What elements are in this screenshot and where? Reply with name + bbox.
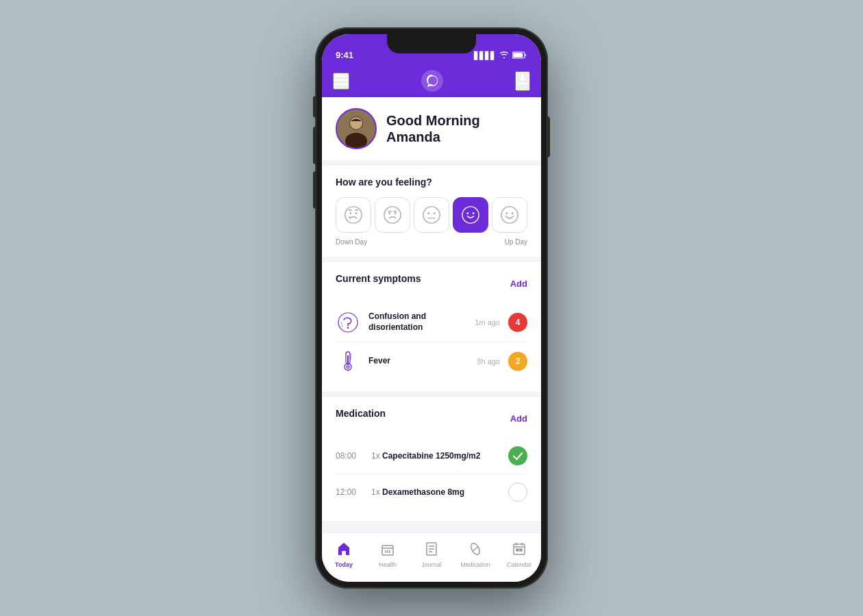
home-icon: [336, 541, 351, 560]
svg-point-30: [346, 365, 350, 369]
svg-rect-4: [334, 84, 348, 85]
nav-today[interactable]: Today: [327, 541, 361, 568]
medication-nav-icon: [468, 541, 483, 560]
medication-title: Medication: [336, 408, 386, 419]
symptom-name: Confusion anddisorientation: [368, 311, 466, 333]
phone-frame: 9:41 ▋▋▋▋: [315, 27, 548, 589]
nav-today-label: Today: [335, 561, 353, 568]
menu-button[interactable]: [333, 73, 349, 90]
bottom-nav: Today Health: [322, 532, 541, 582]
nav-calendar[interactable]: Calendar: [502, 541, 536, 568]
medication-item[interactable]: 08:00 1x Capecitabine 1250mg/m2: [336, 438, 527, 474]
svg-rect-46: [514, 544, 525, 554]
svg-point-24: [505, 212, 508, 214]
symptoms-header: Current symptoms Add: [336, 273, 527, 294]
svg-rect-51: [520, 549, 522, 551]
mood-very-happy[interactable]: [492, 197, 527, 233]
svg-point-17: [427, 212, 429, 214]
svg-rect-1: [513, 53, 523, 57]
svg-rect-50: [516, 549, 518, 551]
calendar-icon: [512, 541, 527, 560]
svg-rect-3: [334, 79, 348, 81]
svg-point-25: [512, 212, 514, 214]
symptom-info: Confusion anddisorientation: [368, 311, 466, 333]
medication-item[interactable]: 12:00 1x Dexamethasone 8mg: [336, 474, 527, 510]
svg-point-26: [338, 313, 358, 332]
svg-point-12: [349, 216, 350, 218]
symptom-info: Fever: [368, 356, 468, 367]
volume-up-button: [313, 127, 316, 164]
power-button: [547, 116, 550, 157]
battery-icon: [512, 51, 527, 60]
status-time: 9:41: [336, 50, 353, 60]
med-untaken-badge[interactable]: [508, 483, 527, 502]
mood-selector: [336, 197, 527, 233]
signal-icon: ▋▋▋▋: [474, 51, 496, 60]
silent-button: [313, 96, 316, 118]
svg-point-20: [462, 207, 479, 223]
add-symptom-button[interactable]: Add: [510, 279, 527, 289]
svg-point-22: [473, 212, 475, 214]
svg-point-14: [388, 212, 390, 214]
volume-down-button: [313, 171, 316, 209]
nav-calendar-label: Calendar: [507, 561, 532, 568]
symptom-time: 3h ago: [477, 357, 500, 365]
svg-point-10: [349, 212, 351, 214]
symptom-time: 1m ago: [475, 318, 500, 326]
journal-icon: [424, 541, 439, 560]
mood-neutral[interactable]: [414, 197, 449, 233]
notch: [387, 34, 476, 53]
app-logo: [421, 70, 443, 92]
nav-health-label: Health: [379, 561, 397, 568]
greeting-salutation: Good Morning Amanda: [386, 112, 527, 145]
mood-sad[interactable]: [375, 197, 410, 233]
greeting-text: Good Morning Amanda: [386, 112, 527, 145]
nav-journal[interactable]: Journal: [414, 541, 449, 568]
med-name: Capecitabine 1250mg/m2: [382, 451, 480, 461]
med-taken-badge[interactable]: [508, 446, 527, 465]
med-time: 08:00: [336, 451, 363, 461]
mood-label-down: Down Day: [336, 238, 367, 246]
svg-point-15: [395, 212, 397, 214]
svg-point-23: [501, 207, 518, 223]
symptom-name: Fever: [368, 356, 468, 367]
wifi-icon: [499, 51, 509, 60]
med-time: 12:00: [336, 487, 363, 497]
nav-medication-label: Medication: [460, 561, 490, 568]
mood-very-sad[interactable]: [336, 197, 371, 233]
svg-point-21: [466, 212, 468, 214]
svg-point-9: [345, 207, 362, 223]
severity-badge: 2: [508, 352, 527, 371]
feeling-section: How are you feeling?: [322, 166, 541, 257]
download-button[interactable]: [515, 71, 530, 91]
med-info: 1x Dexamethasone 8mg: [371, 487, 500, 497]
app-header: [322, 64, 541, 97]
svg-point-11: [355, 212, 358, 214]
medication-section: Medication Add 08:00 1x Capecitabine 125…: [322, 397, 541, 521]
svg-point-13: [384, 207, 401, 223]
mood-labels: Down Day Up Day: [336, 238, 527, 246]
med-name: Dexamethasone 8mg: [382, 487, 464, 497]
svg-point-27: [347, 327, 349, 329]
mood-label-up: Up Day: [505, 238, 527, 246]
mood-happy[interactable]: [453, 197, 488, 233]
main-content: Good Morning Amanda How are you feeling?: [322, 97, 541, 532]
health-icon: [380, 541, 395, 560]
add-medication-button[interactable]: Add: [510, 413, 527, 424]
nav-health[interactable]: Health: [371, 541, 405, 568]
svg-point-16: [423, 207, 440, 223]
phone-screen: 9:41 ▋▋▋▋: [322, 34, 541, 582]
fever-icon: [336, 349, 360, 374]
feeling-title: How are you feeling?: [336, 177, 527, 188]
symptom-item[interactable]: Confusion anddisorientation 1m ago 4: [336, 303, 527, 342]
status-icons: ▋▋▋▋: [474, 51, 527, 60]
symptom-item[interactable]: Fever 3h ago 2: [336, 342, 527, 381]
symptoms-title: Current symptoms: [336, 273, 421, 284]
avatar: [336, 108, 377, 149]
svg-rect-2: [334, 75, 348, 77]
med-info: 1x Capecitabine 1250mg/m2: [371, 451, 500, 461]
nav-medication[interactable]: Medication: [458, 541, 492, 568]
nav-journal-label: Journal: [421, 561, 442, 568]
symptoms-section: Current symptoms Add Confusion: [322, 262, 541, 392]
svg-line-45: [473, 547, 479, 552]
